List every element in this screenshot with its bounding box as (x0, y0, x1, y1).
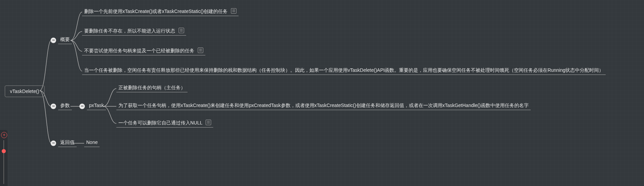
note-icon[interactable] (206, 120, 211, 125)
leaf-return-none[interactable]: None (84, 139, 100, 147)
branch-label: 返回值 (60, 140, 75, 145)
note-icon[interactable] (179, 28, 184, 33)
root-label: vTaskDelete() (10, 89, 39, 94)
collapse-toggle[interactable]: − (51, 141, 56, 146)
root-node[interactable]: vTaskDelete() (5, 85, 44, 97)
branch-label: pxTask (89, 103, 104, 108)
note-icon[interactable] (231, 8, 236, 14)
zoom-track[interactable] (3, 140, 4, 184)
leaf-summary-4[interactable]: 当一个任务被删除，空闲任务有责任释放那些已经使用来保持删除的栈和数据结构（任务控… (82, 67, 606, 75)
branch-label: 参数 (60, 103, 70, 108)
note-icon[interactable] (198, 48, 203, 53)
zoom-thumb[interactable] (2, 149, 6, 153)
leaf-text: 当一个任务被删除，空闲任务有责任释放那些已经使用来保持删除的栈和数据结构（任务控… (84, 67, 604, 73)
leaf-pxtask-1[interactable]: 正被删除任务的句柄（主任务） (116, 84, 188, 92)
leaf-text: 要删除任务不存在，所以不能进入运行状态 (84, 28, 175, 34)
branch-pxtask[interactable]: pxTask (87, 102, 106, 110)
leaf-summary-2[interactable]: 要删除任务不存在，所以不能进入运行状态 (82, 27, 186, 36)
leaf-text: 正被删除任务的句柄（主任务） (118, 85, 185, 90)
leaf-pxtask-3[interactable]: 一个任务可以删除它自己通过传入NULL (116, 119, 213, 128)
branch-return[interactable]: 返回值 (58, 139, 77, 147)
collapse-toggle[interactable]: − (79, 104, 85, 109)
leaf-text: None (86, 140, 98, 145)
leaf-pxtask-2[interactable]: 为了获取一个任务句柄，使用xTaskCreate()来创建任务和使用pxCrea… (116, 102, 531, 110)
branch-summary[interactable]: 概要 (58, 36, 72, 44)
mindmap-canvas[interactable]: vTaskDelete() − 概要 删除一个先前使用xTaskCreate()… (0, 0, 644, 186)
leaf-text: 不要尝试使用任务句柄来提及一个已经被删除的任务 (84, 48, 194, 53)
leaf-summary-3[interactable]: 不要尝试使用任务句柄来提及一个已经被删除的任务 (82, 47, 205, 55)
leaf-text: 删除一个先前使用xTaskCreate()或者xTaskCreateStatic… (84, 9, 228, 14)
branch-params[interactable]: 参数 (58, 102, 72, 110)
collapse-toggle[interactable]: − (51, 104, 56, 109)
leaf-text: 为了获取一个任务句柄，使用xTaskCreate()来创建任务和使用pxCrea… (118, 103, 529, 108)
leaf-summary-1[interactable]: 删除一个先前使用xTaskCreate()或者xTaskCreateStatic… (82, 8, 239, 16)
zoom-slider[interactable]: + (0, 130, 8, 186)
collapse-toggle[interactable]: − (51, 38, 56, 43)
leaf-text: 一个任务可以删除它自己通过传入NULL (118, 120, 202, 125)
zoom-in-button[interactable]: + (1, 132, 7, 138)
branch-label: 概要 (60, 37, 70, 42)
